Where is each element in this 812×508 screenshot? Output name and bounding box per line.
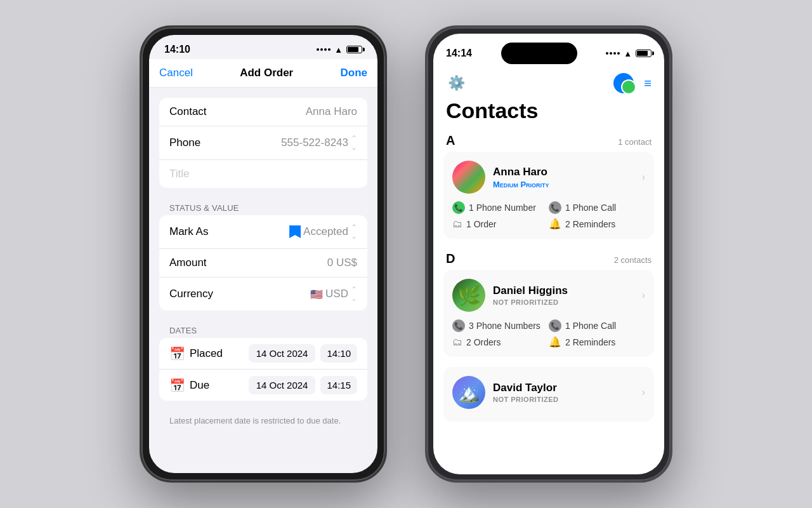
menu-button[interactable]: ≡ — [644, 76, 652, 91]
daniel-phone-calls: 📞 1 Phone Call — [549, 319, 645, 332]
nav-bar: Cancel Add Order Done — [149, 59, 377, 88]
phone-label: Phone — [169, 137, 200, 149]
anna-avatar — [452, 161, 485, 194]
daniel-avatar — [452, 279, 485, 312]
anna-orders: 🗂 1 Order — [452, 218, 549, 230]
contacts-avatar-badge — [621, 79, 636, 95]
currency-label: Currency — [169, 288, 213, 300]
cancel-button[interactable]: Cancel — [159, 67, 193, 79]
due-date[interactable]: 14 Oct 2024 — [249, 376, 316, 394]
form-content: Contact Anna Haro Phone 555-522-8243 ⌃⌄ … — [149, 88, 377, 473]
due-calendar-icon: 📅 — [169, 378, 185, 393]
bookmark-icon — [289, 225, 301, 238]
left-phone: 14:10 ▲ Cancel Add Order Done Contact — [140, 25, 387, 483]
done-button[interactable]: Done — [340, 67, 367, 79]
anna-stats: 📞 1 Phone Number 📞 1 Phone Call 🗂 1 Orde… — [452, 201, 645, 230]
toolbar-right: 👤 ≡ — [613, 73, 652, 93]
left-status-bar: 14:10 ▲ — [149, 35, 377, 59]
due-row[interactable]: 📅 Due 14 Oct 2024 14:15 — [159, 370, 367, 401]
david-info: David Taylor Not Prioritized — [493, 382, 634, 403]
right-wifi-icon: ▲ — [624, 49, 632, 58]
right-battery-icon — [636, 50, 652, 57]
daniel-info: Daniel Higgins Not Prioritized — [493, 284, 634, 306]
placed-time[interactable]: 14:10 — [320, 344, 357, 363]
daniel-chevron-icon: › — [642, 290, 645, 301]
section-a: A 1 contact — [443, 131, 654, 152]
contacts-title: Contacts — [433, 96, 664, 131]
david-avatar — [452, 376, 485, 409]
amount-row[interactable]: Amount 0 US$ — [159, 249, 367, 277]
contacts-list: A 1 contact Anna Haro Medium Priority › … — [433, 131, 664, 474]
placed-date[interactable]: 14 Oct 2024 — [249, 344, 316, 363]
contacts-account-button[interactable]: 👤 — [613, 73, 634, 93]
battery-icon — [346, 46, 362, 53]
contact-value: Anna Haro — [306, 105, 357, 118]
placed-row[interactable]: 📅 Placed 14 Oct 2024 14:10 — [159, 338, 367, 370]
right-time: 14:14 — [446, 48, 472, 59]
mark-as-value: Accepted ⌃⌄ — [289, 223, 357, 241]
contact-row[interactable]: Contact Anna Haro — [159, 98, 367, 126]
dates-section-header: DATES — [149, 321, 377, 338]
daniel-orders: 🗂 2 Orders — [452, 336, 549, 348]
contact-card-daniel[interactable]: Daniel Higgins Not Prioritized › 📞 3 Pho… — [443, 270, 654, 357]
daniel-header: Daniel Higgins Not Prioritized › — [452, 279, 645, 312]
daniel-stats: 📞 3 Phone Numbers 📞 1 Phone Call 🗂 2 Ord… — [452, 319, 645, 348]
section-d-count: 2 contacts — [614, 255, 652, 265]
anna-chevron-icon: › — [642, 171, 645, 183]
anna-name: Anna Haro — [493, 166, 634, 178]
stepper-icon: ⌃⌄ — [351, 134, 357, 152]
contacts-toolbar: ⚙️ 👤 ≡ — [433, 68, 664, 96]
anna-info: Anna Haro Medium Priority — [493, 166, 634, 189]
placed-label: Placed — [190, 347, 244, 360]
phone-value: 555-522-8243 ⌃⌄ — [281, 134, 357, 152]
currency-chevron-icon: ⌃⌄ — [351, 285, 357, 303]
phone-gray-icon: 📞 — [549, 201, 561, 214]
due-label: Due — [190, 379, 244, 392]
section-a-label: A — [446, 133, 455, 148]
david-name: David Taylor — [493, 382, 634, 394]
left-time: 14:10 — [164, 44, 190, 55]
phone-row[interactable]: Phone 555-522-8243 ⌃⌄ — [159, 126, 367, 160]
right-status-bar: 14:14 ▲ — [433, 34, 664, 68]
daniel-name: Daniel Higgins — [493, 284, 634, 297]
daniel-order-icon: 🗂 — [452, 337, 462, 348]
reminder-icon: 🔔 — [549, 218, 561, 230]
chevron-down-icon: ⌃⌄ — [351, 223, 357, 241]
gear-icon: ⚙️ — [448, 75, 465, 91]
daniel-call-icon: 📞 — [549, 319, 561, 332]
david-priority: Not Prioritized — [493, 396, 634, 403]
david-header: David Taylor Not Prioritized › — [452, 376, 645, 409]
status-group: Mark As Accepted ⌃⌄ Amount 0 US$ Currenc… — [159, 215, 367, 311]
section-a-count: 1 contact — [618, 137, 652, 147]
title-placeholder[interactable]: Title — [159, 160, 367, 188]
right-screen: 14:14 ▲ ⚙️ 👤 — [433, 34, 664, 474]
currency-row[interactable]: Currency 🇺🇸 USD ⌃⌄ — [159, 277, 367, 311]
daniel-reminder-icon: 🔔 — [549, 336, 561, 348]
daniel-phone-numbers: 📞 3 Phone Numbers — [452, 319, 549, 332]
contact-group: Contact Anna Haro Phone 555-522-8243 ⌃⌄ … — [159, 98, 367, 188]
left-screen: 14:10 ▲ Cancel Add Order Done Contact — [149, 35, 377, 473]
dynamic-island — [501, 43, 577, 64]
daniel-priority: Not Prioritized — [493, 298, 634, 306]
anna-phone-calls: 📞 1 Phone Call — [549, 201, 645, 214]
currency-value: 🇺🇸 USD ⌃⌄ — [310, 285, 357, 303]
contact-label: Contact — [169, 105, 207, 118]
mark-as-label: Mark As — [169, 225, 208, 238]
settings-button[interactable]: ⚙️ — [446, 73, 466, 93]
flag-icon: 🇺🇸 — [310, 288, 323, 300]
mark-as-row[interactable]: Mark As Accepted ⌃⌄ — [159, 215, 367, 249]
right-status-icons: ▲ — [606, 49, 652, 58]
order-icon: 🗂 — [452, 218, 462, 230]
daniel-reminders: 🔔 2 Reminders — [549, 336, 645, 348]
left-status-icons: ▲ — [317, 45, 362, 55]
amount-value: 0 US$ — [327, 257, 357, 269]
contact-card-anna[interactable]: Anna Haro Medium Priority › 📞 1 Phone Nu… — [443, 152, 654, 239]
section-d: D 2 contacts — [443, 249, 654, 270]
contact-card-david[interactable]: David Taylor Not Prioritized › — [443, 367, 654, 422]
calendar-icon: 📅 — [169, 346, 185, 361]
dates-group: 📅 Placed 14 Oct 2024 14:10 📅 Due 14 Oct … — [159, 338, 367, 401]
due-time[interactable]: 14:15 — [320, 376, 357, 394]
anna-phone-numbers: 📞 1 Phone Number — [452, 201, 549, 214]
david-chevron-icon: › — [642, 387, 645, 398]
status-section-header: STATUS & VALUE — [149, 198, 377, 215]
